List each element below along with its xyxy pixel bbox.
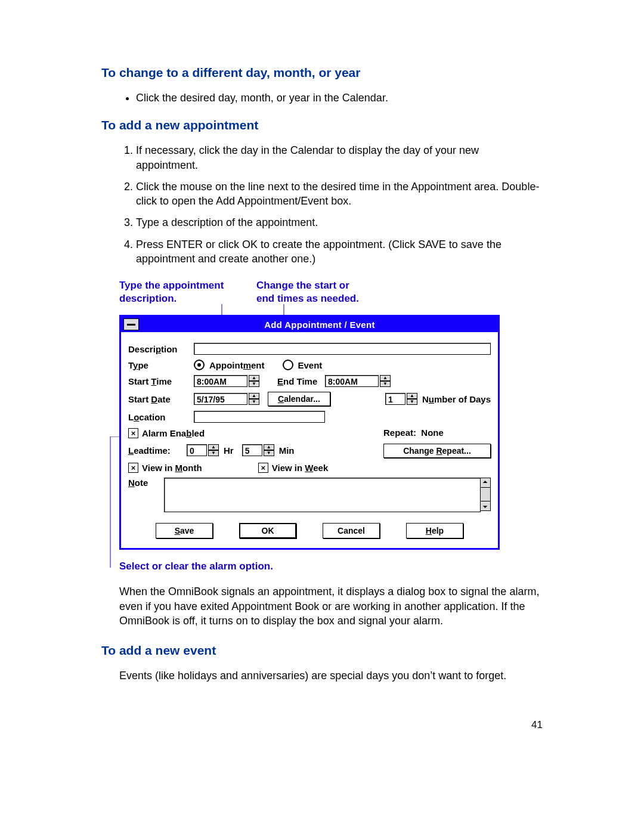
- dialog-title: Add Appointment / Event: [141, 320, 498, 330]
- bullet-click-calendar: Click the desired day, month, or year in…: [136, 91, 543, 105]
- spin-down-icon[interactable]: ▼: [249, 381, 259, 387]
- spin-down-icon[interactable]: ▼: [264, 450, 274, 456]
- leadtime-hr-spinner[interactable]: ▲ ▼: [208, 444, 219, 456]
- note-scrollbar[interactable]: 🞁 🞃: [480, 478, 491, 511]
- spin-down-icon[interactable]: ▼: [208, 450, 219, 456]
- alarm-enabled-label: Alarm Enabled: [142, 428, 205, 438]
- hr-label: Hr: [224, 445, 234, 456]
- view-in-month-checkbox[interactable]: × View in Month: [128, 463, 202, 473]
- end-time-label: End Time: [277, 376, 325, 386]
- start-time-spinner[interactable]: ▲ ▼: [249, 375, 259, 387]
- paragraph-omnibook-signal: When the OmniBook signals an appointment…: [119, 584, 543, 628]
- ok-button[interactable]: OK: [239, 523, 296, 538]
- type-appointment-radio[interactable]: Appointment: [194, 360, 265, 370]
- callout-change-times: Change the start or end times as needed.: [256, 279, 388, 305]
- start-date-input[interactable]: 5/17/95: [194, 393, 247, 405]
- scroll-up-icon[interactable]: 🞁: [481, 478, 490, 488]
- paragraph-events: Events (like holidays and anniversaries)…: [119, 668, 543, 683]
- start-date-label: Start Date: [128, 394, 194, 404]
- view-in-month-label: View in Month: [142, 463, 202, 473]
- start-time-label: Start Time: [128, 376, 194, 386]
- type-appointment-label: Appointment: [209, 360, 265, 370]
- spin-up-icon[interactable]: ▲: [407, 393, 417, 399]
- heading-change-day: To change to a different day, month, or …: [101, 66, 543, 80]
- number-of-days-input[interactable]: 1: [385, 393, 405, 405]
- spin-down-icon[interactable]: ▼: [249, 399, 259, 405]
- scroll-down-icon[interactable]: 🞃: [481, 501, 490, 510]
- spin-up-icon[interactable]: ▲: [264, 444, 274, 450]
- start-date-spinner[interactable]: ▲ ▼: [249, 393, 259, 405]
- note-textarea[interactable]: [164, 478, 481, 512]
- save-button[interactable]: Save: [156, 523, 213, 538]
- type-event-label: Event: [298, 360, 323, 370]
- repeat-label: Repeat: None: [383, 428, 491, 438]
- location-label: Location: [128, 412, 194, 422]
- view-in-week-label: View in Week: [272, 463, 329, 473]
- step-2: Click the mouse on the line next to the …: [136, 179, 543, 209]
- page-number: 41: [101, 719, 543, 731]
- min-label: Min: [279, 445, 295, 456]
- spin-up-icon[interactable]: ▲: [208, 444, 219, 450]
- view-in-week-checkbox[interactable]: × View in Week: [258, 463, 329, 473]
- type-event-radio[interactable]: Event: [283, 360, 323, 370]
- step-3: Type a description of the appointment.: [136, 215, 543, 230]
- leadtime-min-input[interactable]: 5: [242, 444, 262, 456]
- callout-alarm-option: Select or clear the alarm option.: [119, 561, 543, 572]
- alarm-enabled-checkbox[interactable]: × Alarm Enabled: [128, 428, 205, 438]
- heading-add-event: To add a new event: [101, 643, 543, 658]
- spin-down-icon[interactable]: ▼: [380, 381, 391, 387]
- start-time-input[interactable]: 8:00AM: [194, 375, 247, 387]
- step-4: Press ENTER or click OK to create the ap…: [136, 237, 543, 267]
- type-label: Type: [128, 360, 194, 370]
- leadtime-min-spinner[interactable]: ▲ ▼: [264, 444, 274, 456]
- cancel-button[interactable]: Cancel: [323, 523, 380, 538]
- calendar-button[interactable]: Calendar...: [268, 392, 330, 406]
- spin-down-icon[interactable]: ▼: [407, 399, 417, 405]
- heading-add-appointment: To add a new appointment: [101, 118, 543, 132]
- description-label: Description: [128, 344, 194, 354]
- leadtime-label: Leadtime:: [128, 445, 187, 456]
- spin-up-icon[interactable]: ▲: [380, 375, 391, 381]
- end-time-input[interactable]: 8:00AM: [325, 375, 379, 387]
- add-appointment-dialog: Add Appointment / Event Description Type…: [119, 315, 500, 550]
- dialog-titlebar: Add Appointment / Event: [121, 317, 498, 332]
- number-of-days-label: Number of Days: [422, 394, 491, 404]
- callout-alarm-line-icon: [101, 436, 119, 568]
- step-1: If necessary, click the day in the Calen…: [136, 143, 543, 172]
- help-button[interactable]: Help: [406, 523, 463, 538]
- system-menu-icon[interactable]: [123, 318, 139, 330]
- spin-up-icon[interactable]: ▲: [249, 393, 259, 399]
- repeat-value: None: [421, 428, 444, 438]
- spin-up-icon[interactable]: ▲: [249, 375, 259, 381]
- callouts-top: Type the appointment description. Change…: [119, 279, 543, 315]
- location-input[interactable]: [194, 411, 325, 423]
- leadtime-hr-input[interactable]: 0: [187, 444, 207, 456]
- end-time-spinner[interactable]: ▲ ▼: [380, 375, 391, 387]
- change-repeat-button[interactable]: Change Repeat...: [383, 444, 491, 458]
- number-of-days-spinner[interactable]: ▲ ▼: [407, 393, 417, 405]
- description-input[interactable]: [194, 343, 491, 355]
- note-label: Note: [128, 478, 164, 488]
- callout-type-description: Type the appointment description.: [119, 279, 239, 305]
